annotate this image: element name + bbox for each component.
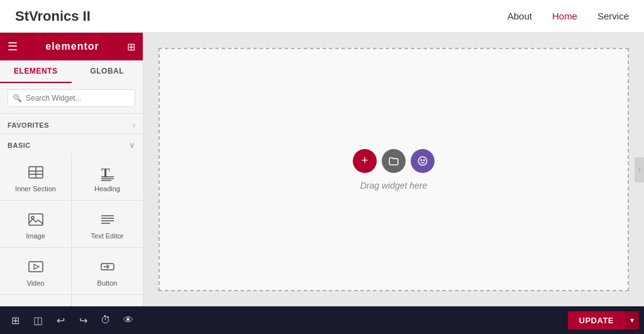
add-section-button[interactable]: + xyxy=(353,149,377,173)
drop-label: Drag widget here xyxy=(360,181,428,191)
top-bar: StVronics II About Home Service xyxy=(0,0,644,33)
basic-section-header[interactable]: BASIC ∨ xyxy=(0,136,143,153)
drop-zone: + Drag widge xyxy=(158,48,629,291)
widget-divider[interactable]: Divider xyxy=(0,295,71,306)
smile-icon xyxy=(417,155,428,167)
redo-icon-btn[interactable]: ↪ xyxy=(73,310,93,330)
divider2 xyxy=(0,133,143,134)
widget-video[interactable]: Video xyxy=(0,248,71,294)
widget-button-label: Button xyxy=(97,279,118,287)
site-title: StVronics II xyxy=(15,8,508,25)
sidebar-tabs: ELEMENTS GLOBAL xyxy=(0,60,143,83)
update-group: UPDATE ▾ xyxy=(568,311,639,330)
widget-video-label: Video xyxy=(27,279,45,287)
image-icon xyxy=(27,211,45,228)
widget-button-drop[interactable] xyxy=(411,149,435,173)
canvas-inner: + Drag widge xyxy=(143,33,644,306)
svg-point-26 xyxy=(424,159,425,160)
tab-global[interactable]: GLOBAL xyxy=(72,60,143,83)
video-icon xyxy=(27,258,45,276)
svg-text:T: T xyxy=(101,166,110,180)
preview-icon-btn[interactable]: 👁 xyxy=(118,310,138,330)
layers-icon-btn[interactable]: ◫ xyxy=(28,310,48,330)
template-button[interactable] xyxy=(382,149,406,173)
nav-service[interactable]: Service xyxy=(597,11,629,21)
widget-inner-section[interactable]: Inner Section xyxy=(0,153,71,200)
hamburger-icon[interactable]: ☰ xyxy=(8,40,18,53)
widget-image[interactable]: Image xyxy=(0,201,71,247)
widget-heading[interactable]: T Heading xyxy=(72,153,143,200)
nav-home[interactable]: Home xyxy=(552,11,577,21)
collapse-handle[interactable]: ‹ xyxy=(635,157,644,182)
tab-elements[interactable]: ELEMENTS xyxy=(0,60,72,83)
svg-marker-15 xyxy=(34,264,39,269)
widget-inner-section-label: Inner Section xyxy=(15,185,56,192)
folder-icon xyxy=(388,155,399,167)
nav-about[interactable]: About xyxy=(508,11,532,21)
update-button[interactable]: UPDATE xyxy=(568,311,625,330)
canvas: + Drag widge xyxy=(143,33,644,306)
widget-text-editor[interactable]: Text Editor xyxy=(72,201,143,247)
history-icon-btn[interactable]: ⏱ xyxy=(96,310,116,330)
text-editor-icon xyxy=(99,211,116,228)
widget-text-editor-label: Text Editor xyxy=(91,232,124,240)
widget-spacer[interactable]: Spacer xyxy=(72,295,143,306)
heading-icon: T xyxy=(99,164,116,181)
divider xyxy=(0,113,143,114)
svg-rect-8 xyxy=(29,214,43,225)
svg-point-24 xyxy=(418,157,427,165)
undo-icon-btn[interactable]: ↩ xyxy=(50,310,70,330)
button-icon xyxy=(99,258,116,276)
grid-icon[interactable]: ⊞ xyxy=(127,41,135,53)
search-wrap: 🔍 xyxy=(0,83,143,113)
widget-grid: Inner Section T Heading Imag xyxy=(0,153,143,306)
basic-label: BASIC xyxy=(8,142,31,149)
inner-section-icon xyxy=(27,164,45,181)
search-icon: 🔍 xyxy=(13,94,22,103)
elementor-logo: elementor xyxy=(45,41,99,52)
widget-button[interactable]: Button xyxy=(72,248,143,294)
main-layout: ☰ elementor ⊞ ELEMENTS GLOBAL 🔍 FAVORITE… xyxy=(0,33,644,306)
favorites-chevron-icon: › xyxy=(133,120,135,130)
nav-links: About Home Service xyxy=(508,11,629,21)
sidebar-header: ☰ elementor ⊞ xyxy=(0,33,143,60)
favorites-label: FAVORITES xyxy=(8,121,49,129)
sidebar: ☰ elementor ⊞ ELEMENTS GLOBAL 🔍 FAVORITE… xyxy=(0,33,143,306)
update-dropdown-button[interactable]: ▾ xyxy=(625,311,639,330)
favorites-section-header[interactable]: FAVORITES › xyxy=(0,116,143,133)
drop-zone-actions: + xyxy=(353,149,435,173)
svg-rect-14 xyxy=(29,262,43,272)
bottom-bar: ⊞ ◫ ↩ ↪ ⏱ 👁 UPDATE ▾ xyxy=(0,306,644,334)
basic-chevron-icon: ∨ xyxy=(129,140,135,150)
widget-heading-label: Heading xyxy=(94,185,120,192)
search-input[interactable] xyxy=(8,89,135,107)
svg-point-25 xyxy=(421,159,422,160)
responsive-icon-btn[interactable]: ⊞ xyxy=(5,310,25,330)
widget-image-label: Image xyxy=(26,232,45,240)
